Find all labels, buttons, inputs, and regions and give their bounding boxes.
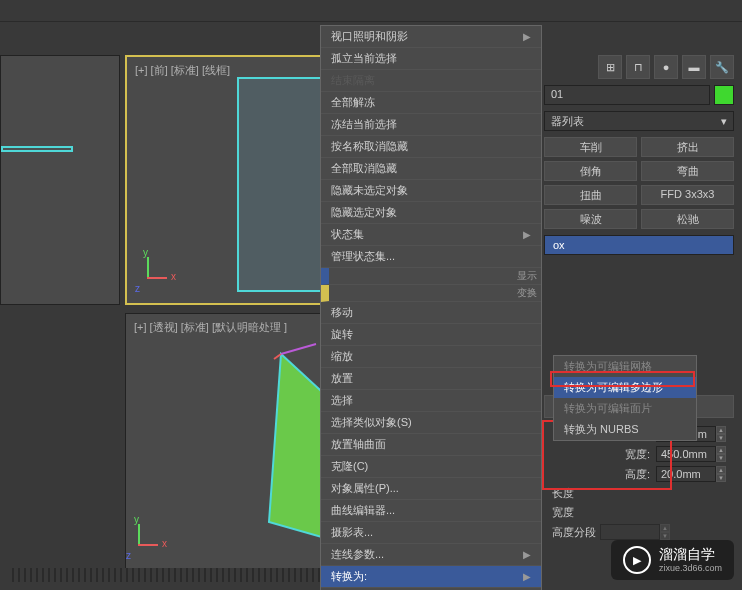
chevron-right-icon: ▶	[523, 549, 531, 560]
highlight-annotation-1	[550, 371, 695, 387]
ctx-curve-editor[interactable]: 曲线编辑器...	[321, 500, 541, 522]
ctx-viewport-lighting[interactable]: 视口照明和阴影▶	[321, 26, 541, 48]
ctx-end-isolate: 结束隔离	[321, 70, 541, 92]
mod-btn-relax[interactable]: 松驰	[641, 209, 734, 229]
convert-to-submenu: 转换为可编辑网格 转换为可编辑多边形 转换为可编辑面片 转换为 NURBS	[553, 355, 697, 441]
ctx-select-similar[interactable]: 选择类似对象(S)	[321, 412, 541, 434]
ctx-select[interactable]: 选择	[321, 390, 541, 412]
chevron-down-icon: ▾	[721, 115, 727, 128]
ctx-section-display: 显示	[321, 268, 541, 285]
ctx-convert-to[interactable]: 转换为:▶	[321, 566, 541, 588]
heightseg-spinner[interactable]: ▲▼	[600, 524, 670, 540]
tool-icon-4[interactable]: ▬	[682, 55, 706, 79]
svg-line-1	[281, 344, 316, 354]
ctx-unhide-all[interactable]: 全部取消隐藏	[321, 158, 541, 180]
ctx-scale[interactable]: 缩放	[321, 346, 541, 368]
ctx-isolate[interactable]: 孤立当前选择	[321, 48, 541, 70]
ctx-move[interactable]: 移动	[321, 302, 541, 324]
ctx-manage-states[interactable]: 管理状态集...	[321, 246, 541, 268]
ctx-rotate[interactable]: 旋转	[321, 324, 541, 346]
chevron-right-icon: ▶	[523, 229, 531, 240]
ctx-object-props[interactable]: 对象属性(P)...	[321, 478, 541, 500]
viewport-front-label: [+] [前] [标准] [线框]	[135, 63, 230, 78]
mod-btn-ffd[interactable]: FFD 3x3x3	[641, 185, 734, 205]
modifier-list-dropdown[interactable]: 器列表 ▾	[544, 111, 734, 131]
tool-icon-wrench[interactable]: 🔧	[710, 55, 734, 79]
object-color-swatch[interactable]	[714, 85, 734, 105]
command-panel: 01 器列表 ▾ 车削 挤出 倒角 弯曲 扭曲 FFD 3x3x3 噪波 松驰 …	[544, 85, 734, 548]
spinner-up-icon[interactable]: ▲	[716, 466, 726, 474]
modifier-stack-item[interactable]: ox	[544, 235, 734, 255]
ctx-section-transform: 变换	[321, 285, 541, 302]
ctx-hide-selected[interactable]: 隐藏选定对象	[321, 202, 541, 224]
spinner-down-icon[interactable]: ▼	[716, 434, 726, 442]
mod-btn-bevel[interactable]: 倒角	[544, 161, 637, 181]
watermark: ▶ 溜溜自学 zixue.3d66.com	[611, 540, 734, 580]
tool-icon-1[interactable]: ⊞	[598, 55, 622, 79]
ctx-unfreeze-all[interactable]: 全部解冻	[321, 92, 541, 114]
ctx-place[interactable]: 放置	[321, 368, 541, 390]
mod-btn-extrude[interactable]: 挤出	[641, 137, 734, 157]
spinner-up-icon[interactable]: ▲	[716, 426, 726, 434]
spinner-up-icon[interactable]: ▲	[716, 446, 726, 454]
ctx-freeze-sel[interactable]: 冻结当前选择	[321, 114, 541, 136]
ctx-dope-sheet[interactable]: 摄影表...	[321, 522, 541, 544]
sub-editable-patch[interactable]: 转换为可编辑面片	[554, 398, 696, 419]
sub-nurbs[interactable]: 转换为 NURBS	[554, 419, 696, 440]
ctx-state-sets[interactable]: 状态集▶	[321, 224, 541, 246]
chevron-right-icon: ▶	[523, 31, 531, 42]
play-icon: ▶	[623, 546, 651, 574]
mod-btn-noise[interactable]: 噪波	[544, 209, 637, 229]
viewport-persp-label: [+] [透视] [标准] [默认明暗处理 ]	[134, 320, 287, 335]
width2-label: 宽度	[552, 505, 574, 520]
ctx-wire-params[interactable]: 连线参数...▶	[321, 544, 541, 566]
ctx-clone[interactable]: 克隆(C)	[321, 456, 541, 478]
ctx-place-pivot[interactable]: 放置轴曲面	[321, 434, 541, 456]
heightseg-label: 高度分段	[552, 525, 596, 540]
spinner-down-icon[interactable]: ▼	[660, 532, 670, 540]
spinner-up-icon[interactable]: ▲	[660, 524, 670, 532]
object-name-field[interactable]: 01	[544, 85, 710, 105]
spinner-down-icon[interactable]: ▼	[716, 474, 726, 482]
mod-btn-lathe[interactable]: 车削	[544, 137, 637, 157]
chevron-right-icon: ▶	[523, 571, 531, 582]
tool-icon-2[interactable]: ⊓	[626, 55, 650, 79]
spinner-down-icon[interactable]: ▼	[716, 454, 726, 462]
ctx-unhide-by-name[interactable]: 按名称取消隐藏	[321, 136, 541, 158]
ctx-hide-unselected[interactable]: 隐藏未选定对象	[321, 180, 541, 202]
viewport-context-menu: 视口照明和阴影▶ 孤立当前选择 结束隔离 全部解冻 冻结当前选择 按名称取消隐藏…	[320, 25, 542, 590]
mod-btn-twist[interactable]: 扭曲	[544, 185, 637, 205]
tool-icon-3[interactable]: ●	[654, 55, 678, 79]
mod-btn-bend[interactable]: 弯曲	[641, 161, 734, 181]
